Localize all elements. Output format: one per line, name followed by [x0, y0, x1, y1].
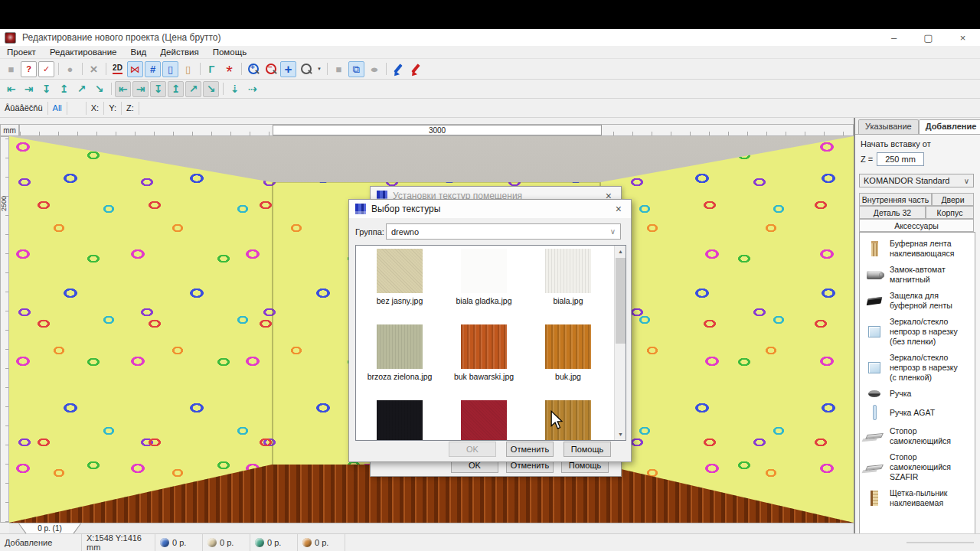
separator[interactable] [109, 82, 113, 96]
shade-view-icon[interactable]: ● [366, 61, 382, 77]
accessory-item[interactable]: Стопор самоклеющийся SZAFIR [864, 452, 972, 482]
solid-view-icon[interactable]: ■ [331, 61, 347, 77]
separator[interactable] [80, 62, 84, 76]
menu-item[interactable]: Редактирование [43, 47, 124, 57]
grid-icon[interactable]: # [145, 61, 161, 77]
texture-item[interactable]: buk.jpg [526, 324, 610, 400]
dock-left-icon[interactable]: ⇤ [115, 81, 131, 97]
separator[interactable] [384, 62, 388, 76]
separator[interactable] [220, 82, 225, 96]
z-value-input[interactable]: 250 mm [877, 152, 924, 166]
align-bottom-icon[interactable]: ↧ [38, 81, 54, 97]
align-box-out-icon[interactable]: ↗ [74, 81, 90, 97]
minimize-button[interactable]: – [877, 29, 911, 46]
tool-blob-icon[interactable]: ● [62, 61, 78, 77]
texture-thumbnail[interactable] [461, 249, 507, 293]
texture-item[interactable]: bez jasny.jpg [358, 249, 442, 324]
texture-item[interactable] [358, 400, 442, 441]
align-top-icon[interactable]: ↥ [56, 81, 72, 97]
accessory-item[interactable]: Буферная лента наклеивающаяся [864, 239, 972, 259]
texture-thumbnail[interactable] [461, 324, 507, 369]
tab-detail-32[interactable]: Деталь 32 [859, 206, 926, 219]
menu-item[interactable]: Вид [124, 47, 154, 57]
separator[interactable] [325, 62, 329, 76]
texture-thumbnail[interactable] [377, 249, 423, 293]
dock-box-in-icon[interactable]: ↘ [203, 81, 219, 97]
scrollbar-thumb[interactable] [616, 258, 626, 344]
align-right-icon[interactable]: ⇥ [21, 81, 37, 97]
dock-box-out-icon[interactable]: ↗ [185, 81, 201, 97]
accessory-item[interactable]: Защелка для буферной ленты [864, 291, 972, 311]
texture-item[interactable]: buk bawarski.jpg [442, 324, 526, 400]
separator[interactable] [239, 62, 243, 76]
dialog-button[interactable]: Отменить [506, 442, 554, 457]
texture-thumbnail[interactable] [545, 324, 591, 369]
door-icon[interactable]: ▯ [180, 61, 196, 77]
accessory-item[interactable]: Стопор самоклеющийся [864, 426, 972, 446]
texture-item[interactable]: brzoza zielona.jpg [358, 324, 442, 400]
align-box-in-icon[interactable]: ↘ [91, 81, 107, 97]
front-panel-icon[interactable]: ▯ [162, 61, 178, 77]
dock-right-icon[interactable]: ⇥ [132, 81, 149, 97]
texture-select-dialog-title-bar[interactable]: Выбор текстуры × [349, 200, 631, 218]
texture-item[interactable] [526, 400, 610, 441]
accessory-item[interactable]: Щетка-пыльник наклеиваемая [864, 488, 972, 508]
distribute-v-icon[interactable]: ⇣ [227, 81, 243, 97]
zoom-select-icon[interactable] [298, 61, 314, 77]
menu-item[interactable]: Действия [153, 47, 205, 57]
texture-thumbnail[interactable] [461, 400, 507, 441]
texture-pen-icon[interactable] [407, 61, 423, 77]
dock-top-icon[interactable]: ↥ [168, 81, 184, 97]
accessory-item[interactable]: Зеркало/стекло непрозр в нарезку (без пл… [864, 317, 972, 347]
dialog-button[interactable]: Помощь [564, 442, 611, 457]
texture-item[interactable]: biala gladka.jpg [442, 249, 526, 324]
tab-inner-part[interactable]: Внутренняя часть [859, 193, 932, 206]
separator[interactable] [56, 62, 60, 76]
accessory-item[interactable]: Ручка [864, 389, 972, 399]
delete-icon[interactable]: × [86, 61, 102, 77]
texture-pen-add-icon[interactable] [390, 61, 406, 77]
close-button[interactable]: × [946, 29, 980, 46]
axes-star-icon[interactable]: * [221, 61, 237, 77]
dock-bottom-icon[interactable]: ↧ [150, 81, 166, 97]
sheet-tab[interactable]: 0 р. (1) [18, 523, 81, 534]
accessory-item[interactable]: Зеркало/стекло непрозр в нарезку (с плен… [864, 353, 972, 383]
texture-item[interactable]: biala.jpg [526, 249, 610, 324]
restore-button[interactable]: ▢ [911, 29, 946, 46]
texture-thumbnail[interactable] [545, 249, 591, 293]
scroll-down-icon[interactable]: ▼ [615, 429, 626, 440]
corner-profile-icon[interactable]: Γ [204, 61, 220, 77]
save-project-icon[interactable]: ✓ [38, 61, 54, 77]
selection-filter-all[interactable]: All [48, 102, 67, 115]
tab-body[interactable]: Корпус [926, 206, 974, 219]
separator[interactable] [198, 62, 202, 76]
menu-item[interactable]: Проект [0, 47, 43, 57]
zoom-in-icon[interactable]: + [245, 61, 261, 77]
separator[interactable] [103, 62, 108, 76]
open-project-icon[interactable]: ? [21, 61, 37, 77]
texture-thumbnail[interactable] [377, 324, 423, 369]
scrollbar[interactable]: ▲ ▼ [614, 246, 626, 440]
dialog-button[interactable]: OK [449, 442, 496, 457]
accessory-item[interactable]: Ручка AGAT [864, 405, 972, 420]
distribute-h-icon[interactable]: ⇢ [244, 81, 260, 97]
mode-tab[interactable]: Добавление [919, 119, 980, 134]
tab-doors[interactable]: Двери [932, 193, 974, 206]
scroll-up-icon[interactable]: ▲ [615, 246, 626, 257]
tab-accessories[interactable]: Аксессуары [859, 219, 974, 232]
texture-group-select[interactable]: drewno ∨ [386, 223, 621, 240]
texture-item[interactable] [442, 400, 526, 441]
zoom-fit-icon[interactable]: + [280, 61, 296, 77]
layers-view-icon[interactable]: ⧉ [348, 61, 364, 77]
accessory-item[interactable]: Замок-автомат магнитный [864, 265, 972, 285]
close-icon[interactable]: × [612, 203, 625, 215]
texture-thumbnail[interactable] [377, 400, 423, 441]
align-left-icon[interactable]: ⇤ [3, 81, 19, 97]
zoom-caret-icon[interactable]: ▼ [315, 61, 323, 77]
catalog-select[interactable]: KOMANDOR Standard ∨ [859, 174, 974, 187]
menu-item[interactable]: Помощь [206, 47, 253, 57]
view-2d-icon[interactable]: 2D [109, 61, 126, 77]
mode-tab[interactable]: Указывание [858, 119, 919, 134]
zoom-out-icon[interactable]: − [263, 61, 279, 77]
top-view-icon[interactable]: ⋈ [127, 61, 143, 77]
